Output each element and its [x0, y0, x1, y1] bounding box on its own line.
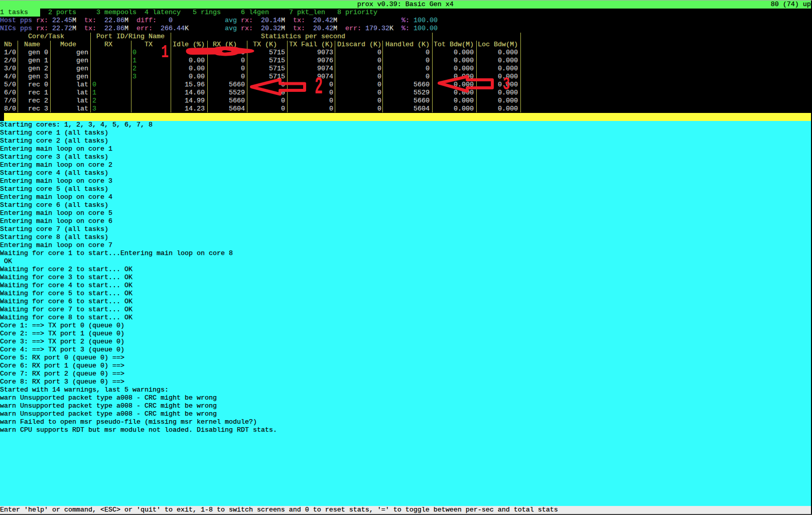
svg-text:3: 3	[503, 74, 510, 95]
svg-text:2: 2	[315, 73, 323, 101]
svg-text:1: 1	[161, 42, 169, 63]
